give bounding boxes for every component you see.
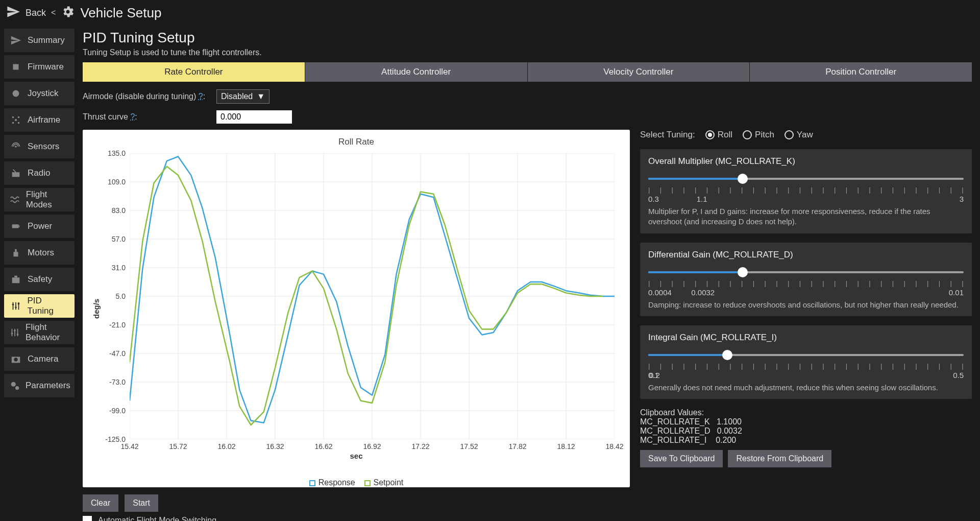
- tab-position-controller[interactable]: Position Controller: [750, 62, 972, 82]
- thrust-curve-input[interactable]: [216, 110, 292, 124]
- sidebar-item-pid-tuning[interactable]: PID Tuning: [4, 294, 75, 318]
- svg-rect-6: [15, 119, 17, 121]
- slider-mid: 0.2: [649, 371, 660, 380]
- clear-button[interactable]: Clear: [83, 494, 118, 512]
- svg-point-20: [15, 306, 17, 309]
- chart-legend: Response Setpoint: [83, 478, 630, 487]
- svg-rect-13: [15, 249, 17, 252]
- auto-flight-mode-checkbox[interactable]: [83, 516, 92, 521]
- sidebar-item-sensors[interactable]: Sensors: [4, 135, 75, 158]
- svg-point-29: [14, 358, 17, 361]
- slider-mid: 1.1: [697, 195, 707, 203]
- tab-velocity-controller[interactable]: Velocity Controller: [528, 62, 750, 82]
- slider-differential-gain[interactable]: [648, 267, 964, 277]
- sidebar-item-flight-behavior[interactable]: Flight Behavior: [4, 321, 75, 344]
- legend-label: Response: [318, 478, 355, 487]
- airmode-select[interactable]: Disabled ▼: [216, 89, 270, 104]
- sidebar-item-label: Motors: [28, 248, 54, 258]
- slider-description: Damping: increase to reduce overshoots a…: [648, 300, 964, 310]
- svg-point-26: [14, 330, 16, 332]
- help-icon[interactable]: ?: [199, 92, 203, 101]
- sidebar-item-firmware[interactable]: Firmware: [4, 55, 75, 79]
- slider-title: Overall Multiplier (MC_ROLLRATE_K): [648, 156, 964, 167]
- page-title: PID Tuning Setup: [83, 30, 972, 46]
- slider-block-differential-gain: Differential Gain (MC_ROLLRATE_D) ||||||…: [640, 243, 972, 316]
- radio-pitch[interactable]: Pitch: [743, 130, 774, 140]
- chart-container: Roll Rate deg/s -125.0-99.0-73.0-47.0-21…: [83, 130, 630, 487]
- tab-rate-controller[interactable]: Rate Controller: [83, 62, 305, 82]
- sidebar-item-label: Joystick: [28, 88, 58, 99]
- svg-rect-10: [12, 224, 19, 228]
- help-icon[interactable]: ?: [130, 112, 135, 121]
- sidebar-item-motors[interactable]: Motors: [4, 241, 75, 265]
- tab-attitude-controller[interactable]: Attitude Controller: [305, 62, 527, 82]
- svg-point-30: [11, 382, 16, 387]
- slider-description: Generally does not need much adjustment,…: [648, 383, 964, 393]
- slider-max: 0.5: [953, 371, 964, 380]
- sidebar-item-safety[interactable]: Safety: [4, 268, 75, 291]
- svg-point-7: [15, 146, 17, 148]
- radio-label: Yaw: [797, 130, 813, 140]
- select-tuning-label: Select Tuning:: [640, 130, 695, 140]
- sidebar-item-label: Safety: [28, 274, 52, 285]
- svg-point-19: [12, 303, 14, 305]
- slider-title: Integral Gain (MC_ROLLRATE_I): [648, 333, 964, 343]
- battery-icon: [9, 221, 22, 232]
- slider-integral-gain[interactable]: [648, 350, 964, 360]
- sliders-icon: [9, 300, 22, 312]
- paper-plane-icon: [6, 5, 20, 21]
- svg-rect-15: [14, 276, 17, 278]
- start-button[interactable]: Start: [125, 494, 158, 512]
- motor-icon: [9, 247, 22, 258]
- radio-yaw[interactable]: Yaw: [785, 130, 813, 140]
- sidebar-item-parameters[interactable]: Parameters: [4, 374, 75, 397]
- slider-overall-multiplier[interactable]: [648, 174, 964, 184]
- radio-roll[interactable]: Roll: [705, 130, 732, 140]
- drone-icon: [9, 114, 22, 126]
- sidebar-item-label: Flight Modes: [26, 190, 69, 210]
- airmode-label: Airmode (disable during tuning) ?:: [83, 92, 210, 101]
- airmode-value: Disabled: [221, 92, 253, 101]
- clipboard-row: MC_ROLLRATE_I 0.200: [640, 436, 972, 445]
- camera-icon: [9, 353, 22, 365]
- back-button[interactable]: Back: [26, 8, 46, 18]
- sidebar: Summary Firmware Joystick Airframe Senso…: [0, 26, 79, 521]
- sidebar-item-radio[interactable]: Radio: [4, 161, 75, 185]
- signal-icon: [9, 141, 22, 152]
- restore-from-clipboard-button[interactable]: Restore From Clipboard: [728, 450, 831, 467]
- sidebar-item-joystick[interactable]: Joystick: [4, 82, 75, 105]
- chart-title: Roll Rate: [83, 130, 630, 147]
- chip-icon: [9, 61, 22, 73]
- slider-block-overall-multiplier: Overall Multiplier (MC_ROLLRATE_K) |||||…: [640, 149, 972, 233]
- sidebar-item-airframe[interactable]: Airframe: [4, 108, 75, 132]
- sidebar-item-summary[interactable]: Summary: [4, 29, 75, 52]
- chart-plot-area: -125.0-99.0-73.0-47.0-21.05.031.057.083.…: [130, 153, 615, 439]
- save-to-clipboard-button[interactable]: Save To Clipboard: [640, 450, 723, 467]
- auto-flight-mode-label: Automatic Flight Mode Switching: [98, 516, 216, 521]
- clipboard-title: Clipboard Values:: [640, 408, 972, 417]
- slider-max: 0.01: [949, 288, 964, 297]
- svg-point-21: [17, 303, 19, 305]
- sidebar-item-label: Flight Behavior: [26, 322, 69, 343]
- slider-min: 0.3: [648, 195, 659, 203]
- topbar: Back < Vehicle Setup: [0, 0, 980, 26]
- svg-point-31: [15, 386, 19, 390]
- clipboard-row: MC_ROLLRATE_K 1.1000: [640, 417, 972, 427]
- radio-label: Roll: [718, 130, 732, 140]
- svg-line-9: [13, 170, 16, 173]
- svg-point-1: [13, 90, 19, 97]
- sidebar-item-power[interactable]: Power: [4, 215, 75, 238]
- y-axis-label: deg/s: [92, 299, 101, 319]
- gears-icon: [61, 5, 75, 21]
- svg-point-25: [11, 333, 13, 335]
- sidebar-item-label: Sensors: [28, 141, 59, 152]
- sidebar-item-flight-modes[interactable]: Flight Modes: [4, 188, 75, 211]
- chevron-down-icon: ▼: [257, 92, 265, 101]
- svg-rect-14: [12, 277, 20, 283]
- slider-title: Differential Gain (MC_ROLLRATE_D): [648, 250, 964, 260]
- page-subtitle: Tuning Setup is used to tune the flight …: [83, 48, 972, 57]
- x-axis-label: sec: [83, 452, 630, 460]
- svg-rect-0: [13, 64, 19, 70]
- sidebar-item-camera[interactable]: Camera: [4, 347, 75, 371]
- sidebar-item-label: Power: [28, 221, 52, 231]
